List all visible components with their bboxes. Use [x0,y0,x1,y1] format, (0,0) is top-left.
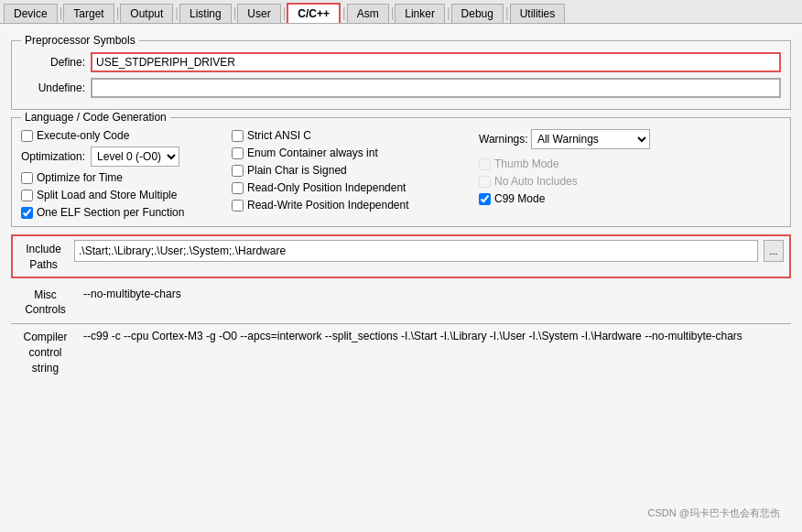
execute-only-row: Execute-only Code [21,129,232,142]
enum-container-label: Enum Container always int [247,147,378,159]
optimize-time-row: Optimize for Time [21,171,232,184]
tab-utilities[interactable]: Utilities [510,4,566,23]
optimization-select[interactable]: Level 0 (-O0) [91,147,179,167]
sep8: | [447,6,450,19]
compiler-control-label: Compilercontrolstring [11,328,80,375]
warnings-row: Warnings: All Warnings [479,129,781,149]
c99-mode-checkbox[interactable] [479,193,491,205]
execute-only-checkbox[interactable] [21,130,33,142]
sep6: | [342,6,346,19]
lang-col-2: Strict ANSI C Enum Container always int … [232,129,479,219]
tab-linker[interactable]: Linker [395,4,445,23]
readonly-pos-label: Read-Only Position Independent [247,181,406,194]
sep3: | [175,6,179,19]
tab-cpp[interactable]: C/C++ [287,3,341,23]
thumb-mode-label: Thumb Mode [494,157,559,170]
readwrite-pos-label: Read-Write Position Independent [247,199,409,212]
optimization-row: Optimization: Level 0 (-O0) [21,147,232,167]
optimize-time-label: Optimize for Time [37,171,123,184]
sep2: | [116,6,120,19]
undefine-row: Undefine: [21,78,781,98]
include-paths-section: IncludePaths ... [11,234,791,278]
sep4: | [233,6,237,19]
enum-container-checkbox[interactable] [232,147,244,159]
sep5: | [283,6,287,19]
readonly-pos-row: Read-Only Position Independent [232,181,479,194]
divider [11,323,791,324]
optimization-label: Optimization: [21,150,85,163]
language-group: Language / Code Generation Execute-only … [11,117,791,227]
plain-char-label: Plain Char is Signed [247,164,347,177]
compiler-control-value: --c99 -c --cpu Cortex-M3 -g -O0 --apcs=i… [83,328,791,344]
main-content: Preprocessor Symbols Define: Undefine: L… [0,24,802,532]
preprocessor-group: Preprocessor Symbols Define: Undefine: [11,40,791,110]
tab-listing[interactable]: Listing [179,4,232,23]
define-row: Define: [21,52,781,72]
no-auto-includes-checkbox[interactable] [479,176,491,188]
split-load-checkbox[interactable] [21,190,33,201]
watermark: CSDN @玛卡巴卡也会有悲伤 [648,506,780,520]
tab-bar: Device | Target | Output | Listing | Use… [0,0,802,24]
c99-mode-row: C99 Mode [479,192,781,205]
tab-target[interactable]: Target [63,4,114,23]
content-wrapper: Preprocessor Symbols Define: Undefine: L… [11,40,791,526]
lang-col-3: Warnings: All Warnings Thumb Mode No Aut… [479,129,781,219]
split-load-label: Split Load and Store Multiple [37,189,177,201]
readwrite-pos-row: Read-Write Position Independent [232,199,479,212]
misc-controls-value: --no-multibyte-chars [83,286,791,302]
plain-char-checkbox[interactable] [232,165,244,177]
warnings-select[interactable]: All Warnings [531,129,650,149]
strict-ansi-label: Strict ANSI C [247,129,311,142]
thumb-mode-checkbox[interactable] [479,158,491,170]
readwrite-pos-checkbox[interactable] [232,200,244,212]
readonly-pos-checkbox[interactable] [232,182,244,194]
compiler-control-row: Compilercontrolstring --c99 -c --cpu Cor… [11,328,791,375]
no-auto-includes-row: No Auto Includes [479,175,781,188]
undefine-label: Undefine: [21,81,85,94]
one-elf-label: One ELF Section per Function [37,206,184,219]
execute-only-label: Execute-only Code [37,129,129,142]
preprocessor-title: Preprocessor Symbols [21,34,139,47]
tab-output[interactable]: Output [120,4,173,23]
thumb-mode-row: Thumb Mode [479,157,781,170]
tab-device[interactable]: Device [4,4,58,23]
optimize-time-checkbox[interactable] [21,172,33,184]
lang-col-1: Execute-only Code Optimization: Level 0 … [21,129,232,219]
sep9: | [505,6,509,19]
misc-controls-label: MiscControls [11,286,80,319]
define-label: Define: [21,56,85,69]
misc-controls-row: MiscControls --no-multibyte-chars [11,286,791,319]
c99-mode-label: C99 Mode [494,192,545,205]
define-input[interactable] [91,52,781,72]
warnings-label: Warnings: [479,133,528,146]
language-columns: Execute-only Code Optimization: Level 0 … [21,129,781,219]
strict-ansi-checkbox[interactable] [232,130,244,142]
sep1: | [60,6,63,19]
one-elf-checkbox[interactable] [21,207,33,219]
tab-user[interactable]: User [237,4,280,23]
enum-container-row: Enum Container always int [232,147,479,159]
plain-char-row: Plain Char is Signed [232,164,479,177]
browse-button[interactable]: ... [764,240,784,262]
sep7: | [391,6,395,19]
include-paths-row: IncludePaths ... [18,240,784,273]
no-auto-includes-label: No Auto Includes [494,175,578,188]
language-title: Language / Code Generation [21,111,170,124]
include-paths-input[interactable] [74,240,758,262]
undefine-input[interactable] [91,78,781,98]
strict-ansi-row: Strict ANSI C [232,129,479,142]
tab-debug[interactable]: Debug [451,4,504,23]
one-elf-row: One ELF Section per Function [21,206,232,219]
include-paths-label: IncludePaths [18,240,69,273]
tab-asm[interactable]: Asm [347,4,389,23]
split-load-row: Split Load and Store Multiple [21,189,232,201]
